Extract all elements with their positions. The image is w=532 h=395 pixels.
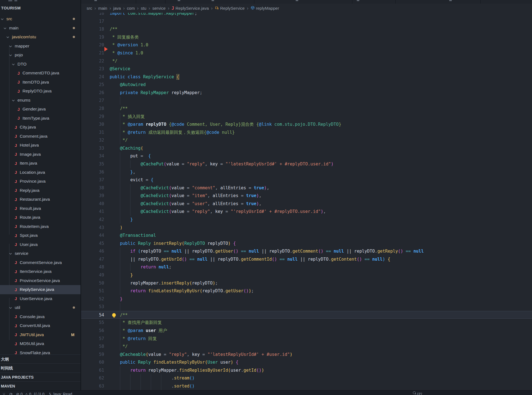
tree-item-gender-java[interactable]: JGender.java <box>0 105 81 114</box>
code-editor[interactable]: 16import com.stu.mapper.ReplyMapper;1718… <box>81 0 532 390</box>
tree-item-item-java[interactable]: JItem.java <box>0 159 81 168</box>
tree-item-commentdto-java[interactable]: JCommentDTO.java <box>0 69 81 78</box>
code-line-46[interactable]: 46 if (replyDTO == null || replyDTO.getU… <box>81 247 532 255</box>
code-line-22[interactable]: 22 */ <box>81 57 532 65</box>
code-line-26[interactable]: 26 private ReplyMapper replyMapper; <box>81 89 532 97</box>
code-line-60[interactable]: 60 public Reply findLatestReplyByUsr(Use… <box>81 358 532 366</box>
code-line-17[interactable]: 17 <box>81 17 532 26</box>
tree-item-routeitem-java[interactable]: JRouteItem.java <box>0 222 81 231</box>
breadcrumb-item-stu[interactable]: stu <box>141 6 146 11</box>
line-number[interactable]: 22 <box>81 57 104 65</box>
tree-item-dto[interactable]: DTO <box>0 60 81 69</box>
line-number[interactable]: 61 <box>81 366 104 374</box>
line-number[interactable]: 20 <box>81 41 104 49</box>
line-number[interactable]: 52 <box>81 295 104 303</box>
code-line-37[interactable]: 37 evict = { <box>81 176 532 184</box>
line-number[interactable]: 59 <box>81 351 104 359</box>
code-line-35[interactable]: 35 @CachePut(value = "reply", key = "'la… <box>81 160 532 168</box>
quick-fix-lightbulb-icon[interactable] <box>112 313 116 317</box>
breadcrumb-item-service[interactable]: service <box>152 6 166 11</box>
line-number[interactable]: 39 <box>81 192 104 200</box>
breadcrumb-item-replymapper[interactable]: replyMapper <box>251 6 279 11</box>
tree-item-mapper[interactable]: mapper <box>0 42 81 51</box>
code-line-58[interactable]: 58 */ <box>81 343 532 351</box>
code-line-32[interactable]: 32 */ <box>81 136 532 144</box>
tree-item-service[interactable]: service <box>0 249 81 258</box>
code-line-31[interactable]: 31 * @return 成功返回最新回复，失败返回{@code null} <box>81 129 532 137</box>
tree-item-util[interactable]: util <box>0 303 81 312</box>
editor-tab-strip[interactable] <box>81 0 532 4</box>
code-line-43[interactable]: 43 ) <box>81 224 532 232</box>
code-line-29[interactable]: 29 * 插入回复 <box>81 113 532 121</box>
code-line-47[interactable]: 47 || replyDTO.getUsrId() == null || rep… <box>81 255 532 263</box>
sidebar-resizer[interactable] <box>81 0 81 390</box>
tree-item-provinceservice-java[interactable]: JProvinceService.java <box>0 276 81 285</box>
tree-item-main[interactable]: main <box>0 24 81 33</box>
line-number[interactable]: 55 <box>81 319 104 327</box>
panel-header-时间线[interactable]: 时间线 <box>0 363 81 372</box>
tree-item-console-java[interactable]: JConsole.java <box>0 312 81 321</box>
line-number[interactable]: 58 <box>81 343 104 351</box>
tree-item-replyservice-java[interactable]: JReplyService.java <box>0 285 81 294</box>
tree-item-province-java[interactable]: JProvince.java <box>0 177 81 186</box>
code-line-56[interactable]: 56 * @param user 用户 <box>81 327 532 335</box>
code-line-62[interactable]: 62 .stream() <box>81 374 532 382</box>
breadcrumb-item-replyservice-java[interactable]: JReplyService.java <box>172 6 209 11</box>
code-line-40[interactable]: 40 @CacheEvict(value = "user", allEntrie… <box>81 200 532 208</box>
code-line-44[interactable]: 44 @Transactional <box>81 232 532 240</box>
code-line-55[interactable]: 55 * 查找用户最新回复 <box>81 319 532 327</box>
line-number[interactable]: 34 <box>81 152 104 160</box>
panel-header-大纲[interactable]: 大纲 <box>0 354 81 363</box>
tree-item-convertutil-java[interactable]: JConvertUtil.java <box>0 321 81 330</box>
line-number[interactable]: 35 <box>81 160 104 168</box>
tree-item-commentservice-java[interactable]: JCommentService.java <box>0 258 81 267</box>
code-line-48[interactable]: 48 return null; <box>81 263 532 271</box>
code-line-25[interactable]: 25 @Autowired <box>81 81 532 89</box>
line-number[interactable]: 41 <box>81 208 104 216</box>
line-number[interactable]: 47 <box>81 255 104 263</box>
line-number[interactable]: 40 <box>81 200 104 208</box>
tree-item-src[interactable]: src <box>0 14 81 24</box>
tree-item-reply-java[interactable]: JReply.java <box>0 186 81 195</box>
code-line-59[interactable]: 59 @Cacheable(value = "reply", key = "'l… <box>81 351 532 359</box>
tree-item-user-java[interactable]: JUser.java <box>0 240 81 249</box>
tree-item-itemdto-java[interactable]: JItemDTO.java <box>0 78 81 87</box>
tree-item-userservice-java[interactable]: JUserService.java <box>0 294 81 303</box>
code-line-52[interactable]: 52 } <box>81 295 532 303</box>
line-number[interactable]: 57 <box>81 335 104 343</box>
status-error[interactable]: ⊘0 <box>16 391 23 395</box>
line-number[interactable]: 29 <box>81 113 104 121</box>
tree-item-itemservice-java[interactable]: JItemService.java <box>0 267 81 276</box>
code-line-23[interactable]: 23@Service <box>81 65 532 73</box>
line-number[interactable]: 53 <box>81 303 104 311</box>
code-line-38[interactable]: 38 @CacheEvict(value = "comment", allEnt… <box>81 184 532 192</box>
tree-item-spot-java[interactable]: JSpot.java <box>0 231 81 240</box>
tree-item-restaurant-java[interactable]: JRestaurant.java <box>0 195 81 204</box>
status-ports[interactable]: ((·))0 <box>34 391 44 395</box>
line-number[interactable]: 30 <box>81 120 104 129</box>
code-line-45[interactable]: 45 public Reply insertReply(ReplyDTO rep… <box>81 240 532 248</box>
line-number[interactable]: 21 <box>81 49 104 57</box>
status-sync[interactable]: ⟳ <box>9 391 13 395</box>
line-number[interactable]: 46 <box>81 247 104 255</box>
line-number[interactable]: 51 <box>81 287 104 295</box>
tree-item-route-java[interactable]: JRoute.java <box>0 213 81 222</box>
breadcrumb-item-java[interactable]: java <box>113 6 121 11</box>
line-number[interactable]: 45 <box>81 240 104 248</box>
code-line-49[interactable]: 49 } <box>81 271 532 279</box>
code-line-53[interactable]: 53 <box>81 303 532 311</box>
status-warning[interactable]: △0 <box>25 391 31 395</box>
code-line-27[interactable]: 27 <box>81 97 532 105</box>
line-number[interactable]: 25 <box>81 81 104 89</box>
line-number[interactable]: 31 <box>81 129 104 137</box>
git-deleted-lines-marker[interactable] <box>104 47 108 51</box>
code-line-34[interactable]: 34 put = { <box>81 152 532 160</box>
code-line-24[interactable]: 24public class ReplyService { <box>81 73 532 81</box>
code-line-61[interactable]: 61 return replyMapper.findRepliesByUserI… <box>81 366 532 374</box>
code-line-50[interactable]: 50 replyMapper.insertReply(replyDTO); <box>81 279 532 287</box>
code-line-21[interactable]: 21 * @since 1.0 <box>81 49 532 57</box>
breadcrumb-item-com[interactable]: com <box>127 6 135 11</box>
code-line-41[interactable]: 41 @CacheEvict(value = "reply", key = "'… <box>81 208 532 216</box>
panel-header-java-projects[interactable]: JAVA PROJECTS <box>0 373 81 381</box>
line-number[interactable]: 48 <box>81 263 104 271</box>
